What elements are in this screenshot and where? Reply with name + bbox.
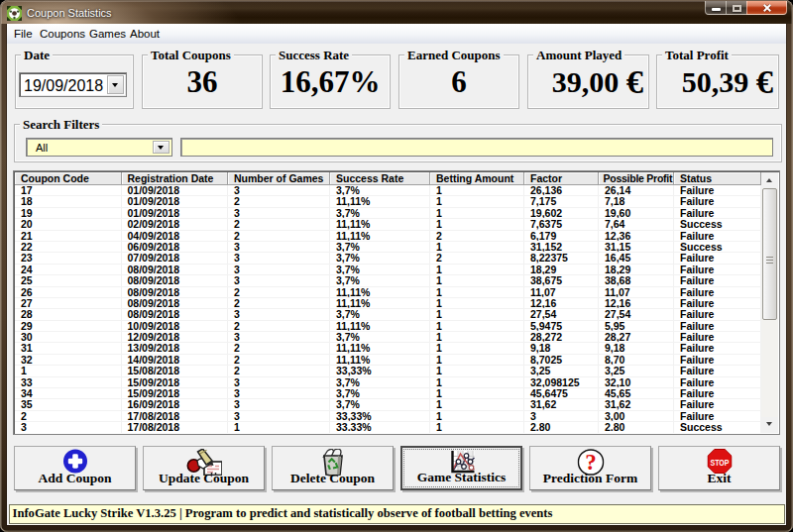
svg-text:STOP: STOP: [710, 457, 729, 468]
